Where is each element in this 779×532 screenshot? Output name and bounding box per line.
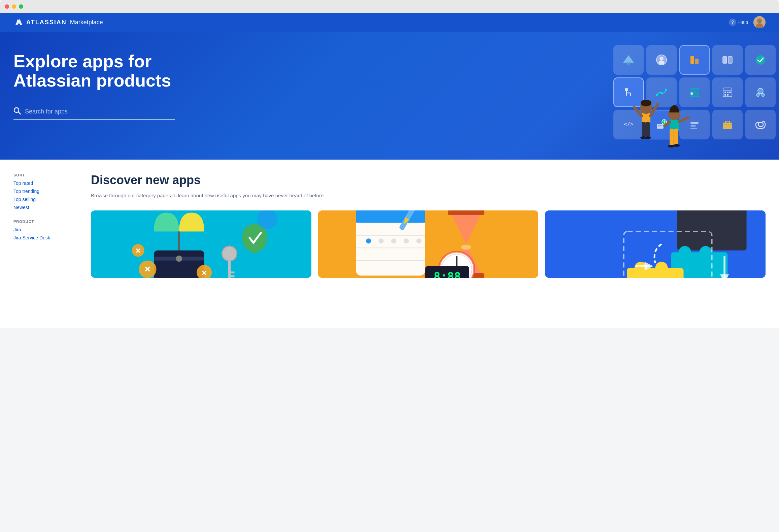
svg-marker-5 xyxy=(623,55,634,63)
svg-point-89 xyxy=(378,238,383,243)
svg-rect-29 xyxy=(729,92,731,93)
svg-line-63 xyxy=(679,118,688,122)
svg-point-32 xyxy=(758,88,763,94)
svg-rect-27 xyxy=(724,92,726,93)
svg-rect-30 xyxy=(724,94,726,96)
svg-rect-67 xyxy=(154,250,204,277)
svg-rect-31 xyxy=(727,94,729,96)
hero-section: Explore apps for Atlassian products xyxy=(0,32,779,160)
app-tile-14 xyxy=(712,110,743,139)
sidebar-item-top-selling[interactable]: Top selling xyxy=(13,197,67,202)
yellow-card-content: 8:88 xyxy=(318,210,539,278)
svg-rect-12 xyxy=(723,57,727,63)
blue-card-content xyxy=(545,210,766,278)
app-tile-10 xyxy=(745,77,776,107)
svg-line-4 xyxy=(19,112,21,114)
hero-content: Explore apps for Atlassian products xyxy=(13,52,195,120)
svg-point-69 xyxy=(176,255,182,262)
logo-area: ATLASSIAN Marketplace xyxy=(13,18,103,27)
hero-illustration: </> xyxy=(570,42,779,160)
sort-section: SORT Top rated Top trending Top selling … xyxy=(13,173,67,210)
main-content: SORT Top rated Top trending Top selling … xyxy=(0,160,779,328)
atlassian-logo-icon xyxy=(13,18,23,27)
svg-point-114 xyxy=(700,246,712,258)
app-tile-9 xyxy=(712,77,743,107)
svg-rect-13 xyxy=(728,57,732,63)
svg-point-6 xyxy=(627,62,630,65)
svg-rect-108 xyxy=(677,210,747,251)
discovery-section: Discover new apps Browse through our cat… xyxy=(74,160,779,328)
sidebar-item-top-rated[interactable]: Top rated xyxy=(13,180,67,186)
app-tile-5 xyxy=(745,45,776,75)
category-card-time[interactable]: 8:88 xyxy=(318,210,539,278)
svg-text:8:88: 8:88 xyxy=(434,270,461,278)
site-header: ATLASSIAN Marketplace ? Help xyxy=(0,13,779,32)
maximize-button[interactable] xyxy=(19,4,23,9)
svg-text:×: × xyxy=(202,267,207,277)
app-tile-1 xyxy=(613,45,644,75)
sidebar-item-jira[interactable]: Jira xyxy=(13,227,67,232)
brand-name: ATLASSIAN xyxy=(26,19,67,26)
svg-point-113 xyxy=(679,246,691,258)
svg-point-33 xyxy=(756,93,759,97)
product-label: PRODUCT xyxy=(13,220,67,224)
svg-rect-50 xyxy=(646,122,650,137)
search-input[interactable] xyxy=(25,108,175,115)
svg-point-88 xyxy=(366,238,371,243)
teal-card-content: × × × xyxy=(91,210,311,278)
svg-rect-97 xyxy=(448,210,484,215)
svg-point-14 xyxy=(756,55,765,65)
minimize-button[interactable] xyxy=(12,4,16,9)
search-bar xyxy=(13,107,175,120)
sidebar-item-jira-service-desk[interactable]: Jira Service Desk xyxy=(13,235,67,240)
category-card-devtools[interactable] xyxy=(545,210,766,278)
svg-point-34 xyxy=(761,93,765,97)
svg-rect-11 xyxy=(695,59,699,64)
window-chrome xyxy=(0,0,779,13)
svg-rect-49 xyxy=(642,122,646,137)
sidebar-item-newest[interactable]: Newest xyxy=(13,205,67,210)
svg-rect-59 xyxy=(674,129,678,145)
svg-rect-28 xyxy=(727,92,729,93)
app-tile-3 xyxy=(679,45,710,75)
app-tile-2 xyxy=(646,45,677,75)
avatar-image xyxy=(753,16,766,28)
svg-rect-58 xyxy=(670,129,674,145)
help-label: Help xyxy=(738,20,748,25)
category-cards: × × × xyxy=(91,210,766,278)
svg-point-52 xyxy=(645,136,651,139)
svg-point-76 xyxy=(222,246,237,261)
product-section: PRODUCT Jira Jira Service Desk xyxy=(13,220,67,240)
svg-text:×: × xyxy=(145,263,150,274)
category-card-admin[interactable]: × × × xyxy=(91,210,311,278)
svg-point-99 xyxy=(461,244,471,250)
search-icon xyxy=(13,107,21,116)
svg-text:×: × xyxy=(136,245,141,256)
svg-rect-10 xyxy=(690,56,694,64)
app-tile-4 xyxy=(712,45,743,75)
svg-point-117 xyxy=(655,262,668,274)
close-button[interactable] xyxy=(5,4,9,9)
svg-point-56 xyxy=(641,100,651,106)
sort-label: SORT xyxy=(13,173,67,177)
svg-point-61 xyxy=(673,144,680,147)
app-tile-15 xyxy=(745,110,776,139)
help-icon: ? xyxy=(729,19,736,26)
discovery-description: Browse through our category pages to lea… xyxy=(91,192,766,200)
user-avatar[interactable] xyxy=(753,16,766,28)
svg-point-90 xyxy=(391,238,396,243)
discovery-title: Discover new apps xyxy=(91,173,766,187)
svg-point-8 xyxy=(659,57,664,61)
svg-point-92 xyxy=(416,238,421,243)
sidebar: SORT Top rated Top trending Top selling … xyxy=(0,160,74,328)
hero-characters xyxy=(604,75,712,160)
header-right: ? Help xyxy=(729,16,766,28)
svg-rect-47 xyxy=(723,125,732,125)
sidebar-item-top-trending[interactable]: Top trending xyxy=(13,189,67,194)
help-button[interactable]: ? Help xyxy=(729,19,748,26)
svg-rect-46 xyxy=(725,121,730,123)
product-name: Marketplace xyxy=(70,19,103,26)
svg-line-64 xyxy=(665,122,670,126)
svg-point-91 xyxy=(404,238,409,243)
hero-title: Explore apps for Atlassian products xyxy=(13,52,195,90)
